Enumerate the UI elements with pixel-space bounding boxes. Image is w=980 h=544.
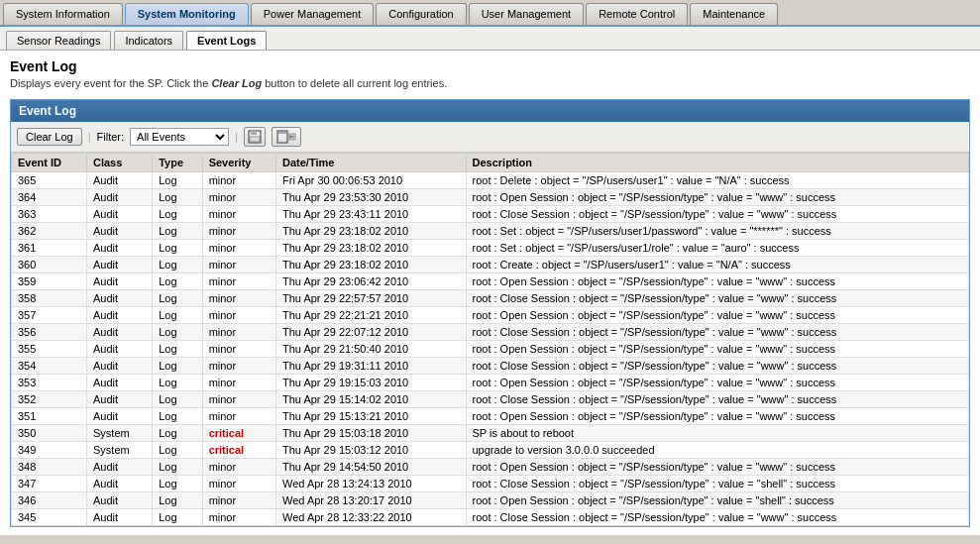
cell-datetime: Thu Apr 29 23:06:42 2010 — [276, 273, 466, 290]
cell-type: Log — [153, 476, 202, 492]
cell-severity: minor — [202, 391, 275, 408]
table-row: 355AuditLogminorThu Apr 29 21:50:40 2010… — [12, 341, 969, 358]
top-navigation: System Information System Monitoring Pow… — [0, 0, 980, 27]
cell-id: 349 — [12, 442, 87, 459]
tab-system-information[interactable]: System Information — [3, 3, 123, 25]
export-icon-button[interactable] — [272, 127, 301, 147]
col-type: Type — [153, 154, 202, 172]
cell-class: Audit — [86, 324, 152, 341]
subtab-indicators[interactable]: Indicators — [114, 31, 183, 50]
cell-id: 348 — [12, 459, 87, 476]
table-row: 357AuditLogminorThu Apr 29 22:21:21 2010… — [12, 307, 969, 324]
col-severity: Severity — [202, 154, 275, 172]
subtab-event-logs[interactable]: Event Logs — [186, 31, 267, 50]
cell-class: Audit — [86, 290, 152, 307]
cell-description: root : Open Session : object = "/SP/sess… — [466, 408, 969, 425]
cell-class: Audit — [86, 307, 152, 324]
subtab-sensor-readings[interactable]: Sensor Readings — [6, 31, 111, 50]
table-row: 354AuditLogminorThu Apr 29 19:31:11 2010… — [12, 358, 969, 375]
cell-description: root : Set : object = "/SP/users/user1/r… — [466, 240, 969, 257]
table-row: 347AuditLogminorWed Apr 28 13:24:13 2010… — [12, 476, 969, 492]
cell-id: 358 — [12, 290, 87, 307]
cell-class: Audit — [86, 172, 152, 189]
table-row: 358AuditLogminorThu Apr 29 22:57:57 2010… — [12, 290, 969, 307]
tab-configuration[interactable]: Configuration — [376, 3, 466, 25]
save-icon-button[interactable] — [244, 127, 266, 147]
svg-rect-1 — [251, 131, 257, 135]
sub-navigation: Sensor Readings Indicators Event Logs — [0, 27, 980, 51]
cell-id: 354 — [12, 358, 87, 375]
cell-id: 364 — [12, 189, 87, 206]
tab-power-management[interactable]: Power Management — [251, 3, 374, 25]
cell-severity: minor — [202, 189, 275, 206]
col-class: Class — [86, 154, 152, 172]
cell-description: upgrade to version 3.0.0.0 succeeded — [466, 442, 969, 459]
cell-severity: minor — [202, 307, 275, 324]
cell-datetime: Thu Apr 29 15:03:12 2010 — [276, 442, 466, 459]
cell-severity: minor — [202, 172, 275, 189]
cell-id: 353 — [12, 375, 87, 391]
cell-type: Log — [153, 492, 202, 509]
cell-severity: critical — [202, 425, 275, 442]
toolbar: Clear Log | Filter: All Events Audit Eve… — [11, 122, 969, 153]
cell-datetime: Thu Apr 29 23:18:02 2010 — [276, 223, 466, 240]
col-description: Description — [466, 154, 969, 172]
cell-datetime: Thu Apr 29 23:18:02 2010 — [276, 257, 466, 273]
table-row: 362AuditLogminorThu Apr 29 23:18:02 2010… — [12, 223, 969, 240]
cell-datetime: Wed Apr 28 13:20:17 2010 — [276, 492, 466, 509]
cell-type: Log — [153, 307, 202, 324]
filter-select[interactable]: All Events Audit Events System Events — [130, 128, 229, 146]
tab-maintenance[interactable]: Maintenance — [690, 3, 778, 25]
tab-system-monitoring[interactable]: System Monitoring — [125, 3, 249, 25]
cell-datetime: Thu Apr 29 15:14:02 2010 — [276, 391, 466, 408]
cell-id: 356 — [12, 324, 87, 341]
table-row: 346AuditLogminorWed Apr 28 13:20:17 2010… — [12, 492, 969, 509]
table-row: 364AuditLogminorThu Apr 29 23:53:30 2010… — [12, 189, 969, 206]
cell-severity: minor — [202, 206, 275, 223]
cell-type: Log — [153, 442, 202, 459]
table-body: 365AuditLogminorFri Apr 30 00:06:53 2010… — [12, 172, 969, 526]
cell-description: root : Delete : object = "/SP/users/user… — [466, 172, 969, 189]
table-row: 360AuditLogminorThu Apr 29 23:18:02 2010… — [12, 257, 969, 273]
cell-id: 363 — [12, 206, 87, 223]
table-row: 349SystemLogcriticalThu Apr 29 15:03:12 … — [12, 442, 969, 459]
clear-log-button[interactable]: Clear Log — [17, 128, 82, 146]
cell-type: Log — [153, 273, 202, 290]
table-row: 345AuditLogminorWed Apr 28 12:33:22 2010… — [12, 509, 969, 526]
cell-class: Audit — [86, 341, 152, 358]
cell-severity: minor — [202, 341, 275, 358]
cell-id: 357 — [12, 307, 87, 324]
event-log-header: Event Log — [11, 100, 969, 122]
tab-remote-control[interactable]: Remote Control — [586, 3, 688, 25]
table-row: 359AuditLogminorThu Apr 29 23:06:42 2010… — [12, 273, 969, 290]
cell-type: Log — [153, 324, 202, 341]
cell-description: root : Open Session : object = "/SP/sess… — [466, 375, 969, 391]
cell-datetime: Fri Apr 30 00:06:53 2010 — [276, 172, 466, 189]
col-datetime: Date/Time — [276, 154, 466, 172]
cell-type: Log — [153, 408, 202, 425]
table-row: 348AuditLogminorThu Apr 29 14:54:50 2010… — [12, 459, 969, 476]
cell-type: Log — [153, 290, 202, 307]
cell-class: Audit — [86, 408, 152, 425]
table-row: 363AuditLogminorThu Apr 29 23:43:11 2010… — [12, 206, 969, 223]
cell-id: 360 — [12, 257, 87, 273]
cell-id: 350 — [12, 425, 87, 442]
cell-datetime: Thu Apr 29 23:53:30 2010 — [276, 189, 466, 206]
cell-description: root : Close Session : object = "/SP/ses… — [466, 290, 969, 307]
cell-class: Audit — [86, 509, 152, 526]
save-icon — [248, 130, 262, 144]
filter-label: Filter: — [97, 131, 125, 143]
cell-id: 365 — [12, 172, 87, 189]
svg-rect-4 — [278, 132, 286, 134]
cell-class: Audit — [86, 257, 152, 273]
cell-type: Log — [153, 257, 202, 273]
table-row: 353AuditLogminorThu Apr 29 19:15:03 2010… — [12, 375, 969, 391]
tab-user-management[interactable]: User Management — [469, 3, 585, 25]
cell-datetime: Thu Apr 29 15:03:18 2010 — [276, 425, 466, 442]
cell-description: root : Open Session : object = "/SP/sess… — [466, 492, 969, 509]
desc-prefix: Displays every event for the SP. Click t… — [10, 77, 211, 89]
cell-type: Log — [153, 425, 202, 442]
cell-severity: minor — [202, 476, 275, 492]
event-log-table: Event ID Class Type Severity Date/Time D… — [11, 153, 969, 526]
cell-description: root : Open Session : object = "/SP/sess… — [466, 189, 969, 206]
